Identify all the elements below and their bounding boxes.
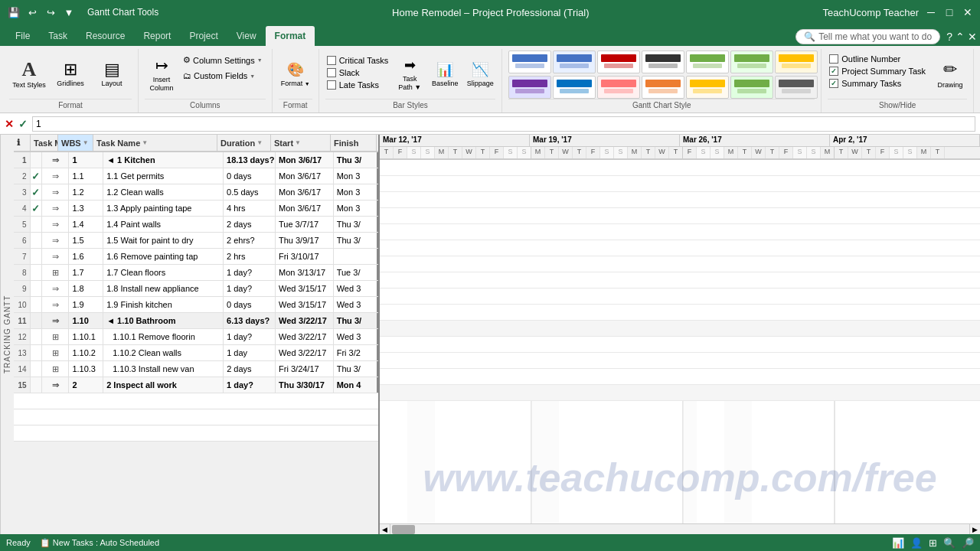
row-mode-4: ⇒ [42, 201, 69, 216]
table-row[interactable]: 8 ⊞ 1.7 1.7 Clean floors 1 day? Mon 3/13… [14, 265, 378, 281]
tab-format[interactable]: Format [266, 26, 315, 46]
tab-view[interactable]: View [227, 26, 266, 46]
gantt-style-8[interactable] [508, 76, 551, 99]
col-header-finish[interactable]: Finish [331, 135, 377, 151]
table-row-empty [14, 393, 378, 409]
gantt-style-6[interactable] [730, 51, 773, 73]
table-row[interactable]: 6 ⇒ 1.5 1.5 Wait for paint to dry 2 ehrs… [14, 233, 378, 249]
ribbon-collapse-icon[interactable]: ⌃ [956, 31, 965, 43]
custom-fields-button[interactable]: 🗂 Custom Fields ▼ [180, 70, 266, 82]
summary-tasks-checkbox[interactable]: Summary Tasks [828, 78, 927, 89]
zoom-in-icon[interactable]: 🔍 [943, 537, 956, 549]
slippage-button[interactable]: 📉 Slippage [465, 51, 495, 98]
scroll-left-button[interactable]: ◀ [380, 524, 390, 535]
table-view-icon[interactable]: ⊞ [929, 537, 937, 549]
col-header-name[interactable]: Task Name ▼ [93, 135, 217, 151]
gantt-day: M [724, 147, 738, 158]
tab-file[interactable]: File [6, 26, 39, 46]
formula-cancel-button[interactable]: ✕ [5, 118, 14, 130]
outline-number-checkbox[interactable]: Outline Number [828, 54, 927, 64]
project-summary-task-checkbox[interactable]: Project Summary Task [828, 66, 927, 77]
table-row[interactable]: 7 ⇒ 1.6 1.6 Remove painting tap 2 hrs Fr… [14, 249, 378, 265]
resource-view-icon[interactable]: 👤 [910, 537, 923, 549]
task-path-button[interactable]: ➡ TaskPath ▼ [394, 51, 425, 98]
gantt-style-3[interactable] [597, 51, 640, 73]
row-name-9: 1.8 Install new appliance [103, 281, 224, 296]
text-styles-button[interactable]: A Text Styles [9, 51, 49, 98]
table-row[interactable]: 1 ⇒ 1 ◄ 1 Kitchen 18.13 days? Mon 3/6/17… [14, 152, 378, 168]
tab-task[interactable]: Task [39, 26, 77, 46]
scroll-right-button[interactable]: ▶ [969, 524, 980, 535]
row-name-10: 1.9 Finish kitchen [103, 297, 224, 312]
table-row[interactable]: 12 ⊞ 1.10.1 1.10.1 Remove floorin 1 day?… [14, 329, 378, 345]
baseline-button[interactable]: 📊 Baseline [430, 51, 460, 98]
gantt-style-7[interactable] [775, 51, 818, 73]
table-row[interactable]: 2 ✓ ⇒ 1.1 1.1 Get permits 0 days Mon 3/6… [14, 168, 378, 184]
col-header-mode[interactable]: Task Mode ▼ [31, 135, 58, 151]
gantt-style-13[interactable] [730, 76, 773, 99]
table-row[interactable]: 11 ⇒ 1.10 ◄ 1.10 Bathroom 6.13 days? Wed… [14, 313, 378, 329]
gantt-day: T [669, 147, 683, 158]
gridlines-button[interactable]: ⊞ Gridlines [51, 51, 90, 98]
maximize-button[interactable]: □ [943, 6, 956, 18]
gantt-style-5[interactable] [686, 51, 729, 73]
ribbon-help-icon[interactable]: ? [946, 31, 952, 43]
table-row[interactable]: 3 ✓ ⇒ 1.2 1.2 Clean walls 0.5 days Mon 3… [14, 184, 378, 201]
layout-button[interactable]: ▤ Layout [92, 51, 132, 98]
table-row[interactable]: 15 ⇒ 2 2 Inspect all work 1 day? Thu 3/3… [14, 377, 378, 393]
table-row[interactable]: 5 ⇒ 1.4 1.4 Paint walls 2 days Tue 3/7/1… [14, 217, 378, 233]
formula-confirm-button[interactable]: ✓ [18, 118, 28, 130]
gantt-style-12[interactable] [686, 76, 729, 99]
scroll-thumb[interactable] [392, 525, 415, 534]
col-header-wbs[interactable]: WBS ▼ [58, 135, 93, 151]
gantt-view-icon[interactable]: 📊 [892, 537, 904, 549]
status-bar: Ready 📋 New Tasks : Auto Scheduled 📊 👤 ⊞… [0, 534, 980, 551]
gantt-style-10[interactable] [597, 76, 640, 99]
tab-report[interactable]: Report [134, 26, 180, 46]
tell-me-box[interactable]: 🔍 Tell me what you want to do [795, 29, 940, 44]
gantt-style-9[interactable] [553, 76, 596, 99]
ribbon-group-gantt-style: Gantt Chart Style [502, 49, 822, 112]
gantt-day: T [835, 147, 848, 158]
drawing-button[interactable]: ✏ Drawing [933, 51, 967, 98]
table-row[interactable]: 9 ⇒ 1.8 1.8 Install new appliance 1 day?… [14, 281, 378, 297]
gantt-day: W [655, 147, 669, 158]
redo-qa-icon[interactable]: ↪ [43, 5, 58, 20]
tab-project[interactable]: Project [180, 26, 227, 46]
gantt-day: F [876, 147, 890, 158]
minimize-button[interactable]: ─ [925, 6, 937, 18]
gantt-style-4[interactable] [642, 51, 684, 73]
critical-tasks-checkbox[interactable]: Critical Tasks [325, 55, 390, 66]
late-tasks-checkbox[interactable]: Late Tasks [325, 80, 390, 90]
table-row[interactable]: 13 ⊞ 1.10.2 1.10.2 Clean walls 1 day Wed… [14, 345, 378, 361]
col-header-duration[interactable]: Duration ▼ [217, 135, 271, 151]
row-num-9: 9 [14, 281, 31, 296]
gantt-style-14[interactable] [775, 76, 818, 99]
slack-checkbox[interactable]: Slack [325, 67, 390, 78]
column-settings-button[interactable]: ⚙ Column Settings ▼ [180, 54, 266, 67]
save-qa-icon[interactable]: 💾 [6, 5, 21, 20]
table-row[interactable]: 10 ⇒ 1.9 1.9 Finish kitchen 0 days Wed 3… [14, 297, 378, 313]
slippage-icon: 📉 [472, 61, 488, 78]
insert-column-button[interactable]: ↦ InsertColumn [145, 51, 178, 98]
undo-qa-icon[interactable]: ↩ [24, 5, 40, 20]
ribbon-close-icon[interactable]: ✕ [968, 31, 977, 43]
horizontal-scrollbar[interactable]: ◀ ▶ [380, 523, 980, 534]
zoom-out-icon[interactable]: 🔎 [962, 537, 974, 549]
close-button[interactable]: ✕ [962, 6, 974, 18]
gantt-style-1[interactable] [508, 51, 551, 73]
col-header-info[interactable]: ℹ [14, 135, 31, 151]
row-start-8: Mon 3/13/17 [276, 265, 334, 280]
customize-qa-icon[interactable]: ▼ [61, 5, 77, 20]
scroll-track[interactable] [390, 524, 969, 535]
format-dropdown-button[interactable]: 🎨 Format ▼ [279, 51, 312, 98]
formula-input[interactable] [32, 116, 975, 132]
late-tasks-label: Late Tasks [339, 80, 379, 90]
tab-resource[interactable]: Resource [77, 26, 134, 46]
table-row[interactable]: 14 ⊞ 1.10.3 1.10.3 Install new van 2 day… [14, 361, 378, 377]
row-check-15 [31, 377, 43, 393]
col-header-start[interactable]: Start ▼ [271, 135, 331, 151]
gantt-style-2[interactable] [553, 51, 596, 73]
gantt-style-11[interactable] [642, 76, 684, 99]
table-row[interactable]: 4 ✓ ⇒ 1.3 1.3 Apply painting tape 4 hrs … [14, 201, 378, 217]
